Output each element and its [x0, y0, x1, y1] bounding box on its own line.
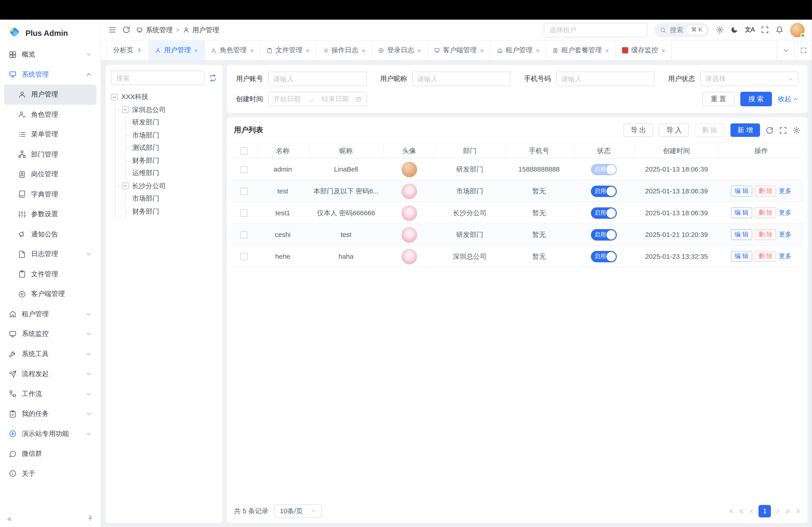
- sidebar-item-system-management[interactable]: 系统管理: [4, 64, 96, 85]
- close-icon[interactable]: ×: [362, 47, 365, 54]
- current-page-button[interactable]: 1: [758, 505, 771, 517]
- tab-tenant-management[interactable]: 租户管理 ×: [491, 40, 546, 60]
- sidebar-item-notice[interactable]: 通知公告: [4, 224, 96, 244]
- tree-refresh-icon[interactable]: [209, 74, 217, 82]
- tree-node[interactable]: 长沙分公司: [121, 180, 217, 192]
- sidebar-item-department-management[interactable]: 部门管理: [4, 145, 96, 165]
- status-switch[interactable]: 启用: [591, 207, 617, 219]
- sidebar-item-menu-management[interactable]: 菜单管理: [4, 124, 96, 145]
- edit-button[interactable]: 编 辑: [731, 251, 752, 262]
- last-page-button[interactable]: [794, 508, 801, 514]
- tenant-select-input[interactable]: [544, 22, 648, 37]
- tab-file-management[interactable]: 文件管理 ×: [261, 40, 316, 60]
- collapse-node-icon[interactable]: [121, 106, 128, 113]
- hamburger-menu-icon[interactable]: [108, 26, 116, 34]
- tree-node[interactable]: 测试部门: [132, 141, 217, 154]
- status-switch[interactable]: 启用: [591, 229, 617, 240]
- sidebar-item-my-tasks[interactable]: 我的任务: [4, 404, 96, 424]
- pin-icon[interactable]: [87, 515, 93, 521]
- status-select[interactable]: 请选择: [700, 72, 798, 86]
- sidebar-item-log-management[interactable]: 日志管理: [4, 244, 96, 264]
- more-button[interactable]: 更多: [779, 230, 791, 239]
- sidebar-item-user-management[interactable]: 用户管理: [4, 85, 96, 105]
- first-page-button[interactable]: [729, 508, 735, 514]
- more-button[interactable]: 更多: [779, 252, 791, 261]
- close-icon[interactable]: ×: [536, 47, 539, 54]
- tab-operation-log[interactable]: 操作日志 ×: [316, 40, 372, 60]
- close-icon[interactable]: ×: [661, 47, 665, 54]
- status-switch[interactable]: 启用: [591, 185, 617, 197]
- user-avatar[interactable]: [791, 22, 805, 37]
- row-checkbox[interactable]: [240, 188, 247, 195]
- edit-button[interactable]: 编 辑: [731, 185, 752, 196]
- phone-input[interactable]: [562, 75, 649, 83]
- tree-node[interactable]: XXX科技: [111, 91, 217, 104]
- tree-node[interactable]: 财务部门: [132, 205, 217, 218]
- language-icon[interactable]: 文A: [745, 26, 754, 34]
- next-5-pages-button[interactable]: [784, 508, 791, 514]
- prev-5-pages-button[interactable]: [739, 508, 745, 514]
- sidebar-item-process-initiation[interactable]: 流程发起: [4, 364, 96, 384]
- nickname-input[interactable]: [417, 75, 505, 83]
- tree-node[interactable]: 财务部门: [132, 154, 217, 167]
- sidebar-item-demo-features[interactable]: 演示站专用功能: [4, 424, 96, 444]
- table-fullscreen-icon[interactable]: [779, 126, 787, 134]
- import-button[interactable]: 导 入: [659, 123, 689, 137]
- table-settings-icon[interactable]: [793, 126, 801, 134]
- delete-row-button[interactable]: 删 除: [755, 229, 777, 240]
- sidebar-item-role-management[interactable]: 角色管理: [4, 104, 96, 124]
- settings-gear-icon[interactable]: [716, 26, 724, 34]
- tabs-dropdown-button[interactable]: [777, 40, 794, 60]
- status-switch[interactable]: 启用: [591, 251, 617, 262]
- sidebar-item-client-management[interactable]: 客户端管理: [4, 284, 96, 304]
- tree-node[interactable]: 深圳总公司: [121, 104, 217, 116]
- account-input[interactable]: [273, 75, 361, 83]
- edit-button[interactable]: 编 辑: [731, 229, 752, 240]
- sidebar-item-parameter-settings[interactable]: 参数设置: [4, 204, 96, 224]
- sidebar-item-workflow[interactable]: 工作流: [4, 384, 96, 404]
- sidebar-item-about[interactable]: 关于: [4, 464, 96, 484]
- row-checkbox[interactable]: [240, 253, 247, 260]
- pin-icon[interactable]: [136, 47, 142, 53]
- collapse-node-icon[interactable]: [121, 183, 128, 189]
- more-button[interactable]: 更多: [779, 209, 791, 217]
- reset-button[interactable]: 重 置: [702, 92, 735, 106]
- row-checkbox[interactable]: [240, 231, 247, 239]
- tree-node[interactable]: 市场部门: [132, 192, 217, 205]
- close-icon[interactable]: ×: [250, 47, 254, 54]
- tree-node[interactable]: 市场部门: [132, 129, 217, 141]
- status-switch[interactable]: 启用: [591, 164, 617, 175]
- sidebar-item-system-tools[interactable]: 系统工具: [4, 344, 96, 364]
- close-icon[interactable]: ×: [306, 47, 309, 54]
- next-page-button[interactable]: [775, 508, 781, 514]
- tree-node[interactable]: 运维部门: [132, 167, 217, 180]
- sidebar-item-file-management[interactable]: 文件管理: [4, 264, 96, 284]
- sidebar-item-dict-management[interactable]: 字典管理: [4, 184, 96, 205]
- tab-tenant-package-management[interactable]: 租户套餐管理 ×: [546, 40, 615, 60]
- breadcrumb-item[interactable]: 系统管理: [146, 25, 173, 34]
- notification-bell-icon[interactable]: [776, 26, 784, 34]
- refresh-icon[interactable]: [122, 26, 130, 34]
- dark-mode-moon-icon[interactable]: [730, 26, 738, 34]
- sidebar-item-overview[interactable]: 概览: [4, 45, 96, 65]
- export-button[interactable]: 导 出: [623, 123, 653, 137]
- delete-row-button[interactable]: 删 除: [755, 251, 777, 262]
- sidebar-item-tenant-management[interactable]: 租户管理: [4, 304, 96, 324]
- delete-row-button[interactable]: 删 除: [755, 207, 777, 218]
- collapse-node-icon[interactable]: [111, 94, 118, 101]
- sidebar-item-post-management[interactable]: 岗位管理: [4, 164, 96, 184]
- tab-cache-monitor[interactable]: 缓存监控 ×: [616, 40, 672, 60]
- table-refresh-icon[interactable]: [766, 126, 774, 134]
- add-button[interactable]: 新 增: [730, 123, 760, 137]
- breadcrumb-item[interactable]: 用户管理: [192, 25, 219, 34]
- tree-node[interactable]: 研发部门: [132, 116, 217, 129]
- tab-login-log[interactable]: 登录日志 ×: [372, 40, 428, 60]
- sidebar-item-system-monitor[interactable]: 系统监控: [4, 324, 96, 344]
- tabs-fullscreen-button[interactable]: [794, 40, 812, 60]
- prev-page-button[interactable]: [749, 508, 755, 514]
- fullscreen-icon[interactable]: [761, 26, 769, 34]
- collapse-filter-link[interactable]: 收起: [778, 94, 798, 104]
- global-search-button[interactable]: 搜索 ⌘ K: [654, 22, 709, 37]
- close-icon[interactable]: ×: [194, 47, 198, 54]
- tree-search-input[interactable]: [111, 71, 204, 85]
